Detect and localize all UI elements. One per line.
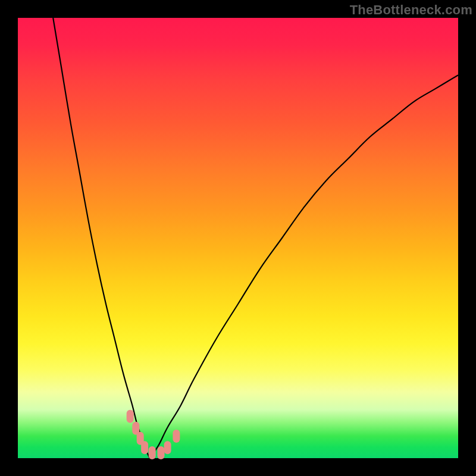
attribution-text: TheBottleneck.com [350, 2, 472, 18]
plot-area [18, 18, 458, 458]
sample-markers [127, 410, 180, 459]
bottleneck-curve-left [53, 18, 150, 458]
sample-marker [141, 441, 148, 454]
bottleneck-curve-right [150, 75, 458, 458]
sample-marker [149, 446, 156, 459]
sample-marker [158, 446, 165, 459]
sample-marker [127, 410, 134, 423]
chart-stage: TheBottleneck.com [0, 0, 476, 476]
sample-marker [173, 430, 180, 443]
sample-marker [164, 441, 171, 454]
curve-layer [18, 18, 458, 458]
